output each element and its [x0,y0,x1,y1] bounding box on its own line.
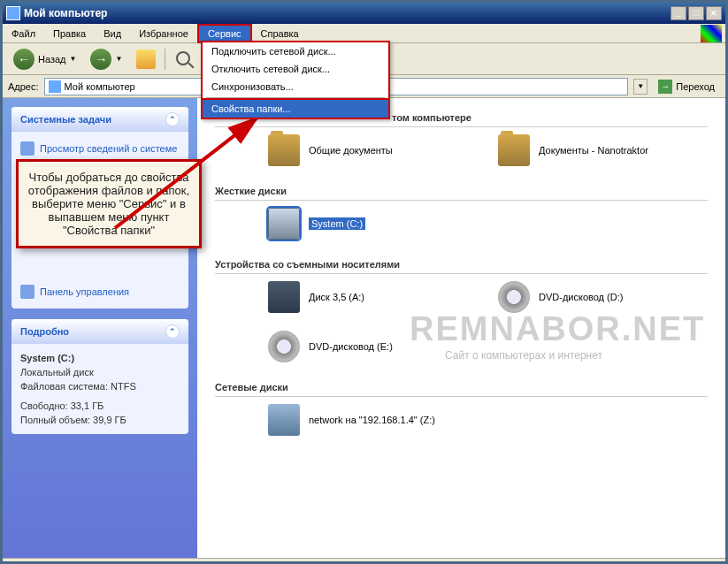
go-arrow-icon: → [658,80,672,94]
main-panel: REMNABOR.NET Сайт о компьютерах и интерн… [197,98,725,558]
collapse-icon: ⌃ [165,324,180,339]
tools-dropdown-menu: Подключить сетевой диск... Отключить сет… [201,41,390,119]
details-title: Подробно [20,326,69,337]
item-label: DVD-дисковод (D:) [539,292,623,302]
back-button[interactable]: ← Назад ▼ [8,47,81,72]
network-drive-z[interactable]: network на "192.168.1.4" (Z:) [268,404,463,436]
collapse-icon: ⌃ [165,112,180,126]
dropdown-map-drive[interactable]: Подключить сетевой диск... [203,42,388,60]
dropdown-disconnect-drive[interactable]: Отключить сетевой диск... [203,60,388,78]
back-arrow-icon: ← [13,49,34,70]
windows-flag-icon [701,25,722,42]
up-button[interactable] [131,48,161,71]
search-icon [174,50,194,69]
detail-filesystem: Файловая система: NTFS [20,379,180,393]
link-label: Просмотр сведений о системе [40,143,177,154]
network-drive-icon [268,404,300,436]
item-label: Общие документы [309,145,393,156]
item-label: Документы - Nanotraktor [539,145,648,156]
link-label: Панель управления [40,286,129,297]
dvd-icon [268,331,300,362]
minimize-button[interactable]: _ [671,6,686,20]
detail-free-space: Свободно: 33,1 ГБ [20,399,180,413]
status-text: Служебные команды. [10,560,108,564]
menu-help[interactable]: Справка [252,26,308,42]
detail-total-size: Полный объем: 39,9 ГБ [20,413,180,427]
dvd-drive-d[interactable]: DVD-дисковод (D:) [498,281,693,313]
floppy-drive-a[interactable]: Диск 3,5 (A:) [268,281,463,313]
search-button[interactable] [169,48,199,71]
go-label: Переход [676,81,715,92]
control-panel-link[interactable]: Панель управления [20,282,180,301]
details-panel: Подробно ⌃ System (C:) Локальный диск Фа… [11,319,188,434]
detail-type: Локальный диск [20,365,180,379]
status-bar: Служебные команды. [3,558,725,564]
detail-name: System (C:) [20,351,180,365]
dvd-icon [498,281,530,313]
user-documents-folder[interactable]: Документы - Nanotraktor [498,134,693,166]
window-titlebar: Мой компьютер _ □ ✕ [3,3,725,24]
item-label: network на "192.168.1.4" (Z:) [309,415,435,425]
system-tasks-title: Системные задачи [20,114,111,125]
section-network-drives: Сетевые диски [215,377,708,397]
dropdown-folder-options[interactable]: Свойства папки... [201,98,390,119]
item-label: DVD-дисковод (E:) [309,341,393,352]
computer-icon [49,80,61,93]
folder-icon [498,134,530,166]
section-hard-drives: Жесткие диски [215,180,708,201]
forward-button[interactable]: → ▼ [85,47,127,72]
address-value: Мой компьютер [65,81,135,92]
forward-arrow-icon: → [90,49,111,70]
menu-file[interactable]: Файл [3,26,44,42]
annotation-callout: Чтобы добраться до свойства отображения … [16,159,202,248]
go-button[interactable]: → Переход [653,78,720,95]
shared-documents-folder[interactable]: Общие документы [268,134,463,166]
window-title: Мой компьютер [24,7,107,19]
system-tasks-header[interactable]: Системные задачи ⌃ [11,107,188,132]
menu-edit[interactable]: Правка [44,26,95,42]
address-dropdown-button[interactable]: ▼ [633,79,648,95]
item-label: System (C:) [309,217,365,230]
folder-icon [268,134,300,166]
menu-favorites[interactable]: Избранное [130,26,197,42]
info-icon [20,141,34,156]
dvd-drive-e[interactable]: DVD-дисковод (E:) [268,331,463,362]
folder-up-icon [136,50,156,69]
details-header[interactable]: Подробно ⌃ [11,319,188,344]
drive-c[interactable]: System (C:) [268,208,463,240]
callout-text: Чтобы добраться до свойства отображения … [28,171,189,237]
menu-view[interactable]: Вид [95,26,130,42]
close-button[interactable]: ✕ [706,6,722,20]
dropdown-synchronize[interactable]: Синхронизовать... [203,78,388,95]
chevron-down-icon: ▼ [70,55,77,63]
address-label: Адрес: [8,81,39,92]
back-label: Назад [38,54,66,65]
control-panel-icon [20,285,34,299]
floppy-icon [268,281,300,313]
view-system-info-link[interactable]: Просмотр сведений о системе [20,139,180,158]
section-removable: Устройства со съемными носителями [215,254,708,274]
chevron-down-icon: ▼ [115,55,122,63]
item-label: Диск 3,5 (A:) [309,292,364,302]
maximize-button[interactable]: □ [688,6,704,20]
computer-icon [6,6,20,20]
hard-drive-icon [268,208,300,240]
